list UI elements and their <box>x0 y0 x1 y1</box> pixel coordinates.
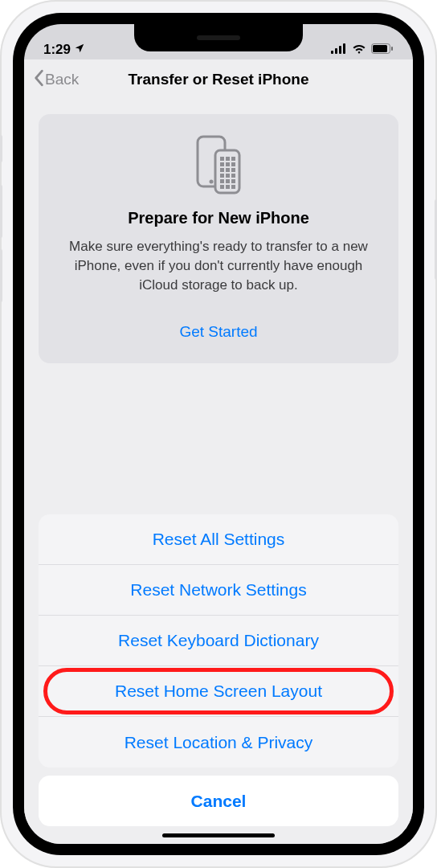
svg-rect-2 <box>339 46 341 54</box>
back-label: Back <box>45 71 79 88</box>
cancel-button[interactable]: Cancel <box>39 776 398 826</box>
reset-location-privacy-item[interactable]: Reset Location & Privacy <box>39 717 398 768</box>
volume-down-button <box>0 249 2 302</box>
reset-keyboard-dictionary-item[interactable]: Reset Keyboard Dictionary <box>39 616 398 666</box>
action-sheet: Reset All Settings Reset Network Setting… <box>39 514 398 826</box>
svg-rect-22 <box>220 179 224 183</box>
svg-rect-26 <box>226 185 230 189</box>
silence-switch <box>0 135 2 162</box>
svg-rect-16 <box>220 168 224 172</box>
page-title: Transfer or Reset iPhone <box>129 71 309 88</box>
svg-rect-10 <box>220 157 224 161</box>
wifi-icon <box>352 42 366 58</box>
iphone-frame: 1:29 <box>0 0 437 868</box>
svg-rect-27 <box>231 185 235 189</box>
svg-rect-21 <box>231 174 235 178</box>
card-description: Make sure everything's ready to transfer… <box>55 237 382 294</box>
svg-rect-12 <box>231 157 235 161</box>
battery-icon <box>371 42 394 58</box>
svg-rect-18 <box>231 168 235 172</box>
location-arrow-icon <box>74 42 85 58</box>
svg-point-8 <box>210 180 214 184</box>
svg-rect-24 <box>231 179 235 183</box>
svg-rect-17 <box>226 168 230 172</box>
chevron-left-icon <box>32 69 45 91</box>
svg-rect-11 <box>226 157 230 161</box>
volume-up-button <box>0 185 2 238</box>
notch <box>134 24 303 51</box>
svg-rect-19 <box>220 174 224 178</box>
svg-rect-3 <box>343 43 345 54</box>
reset-all-settings-item[interactable]: Reset All Settings <box>39 514 398 565</box>
svg-rect-14 <box>226 162 230 166</box>
sheet-item-label: Reset Keyboard Dictionary <box>118 631 319 650</box>
svg-rect-6 <box>391 47 393 51</box>
sheet-item-label: Reset Network Settings <box>130 580 306 600</box>
devices-icon <box>55 135 382 194</box>
svg-rect-0 <box>331 51 333 54</box>
svg-rect-13 <box>220 162 224 166</box>
prepare-card: Prepare for New iPhone Make sure everyth… <box>39 114 398 363</box>
status-time: 1:29 <box>43 42 71 58</box>
card-title: Prepare for New iPhone <box>55 209 382 227</box>
get-started-link[interactable]: Get Started <box>55 323 382 341</box>
cancel-label: Cancel <box>191 792 247 811</box>
svg-rect-25 <box>220 185 224 189</box>
svg-rect-1 <box>335 48 337 54</box>
svg-rect-5 <box>373 45 387 52</box>
sheet-item-label: Reset All Settings <box>153 530 285 549</box>
navigation-bar: Back Transfer or Reset iPhone <box>24 59 413 100</box>
reset-network-settings-item[interactable]: Reset Network Settings <box>39 565 398 616</box>
svg-rect-20 <box>226 174 230 178</box>
sheet-item-label: Reset Home Screen Layout <box>115 682 322 701</box>
home-indicator[interactable] <box>162 833 275 837</box>
svg-rect-15 <box>231 162 235 166</box>
svg-rect-23 <box>226 179 230 183</box>
sheet-item-label: Reset Location & Privacy <box>125 733 313 752</box>
cellular-signal-icon <box>331 42 347 58</box>
back-button[interactable]: Back <box>24 69 79 91</box>
reset-home-screen-layout-item[interactable]: Reset Home Screen Layout <box>39 666 398 717</box>
